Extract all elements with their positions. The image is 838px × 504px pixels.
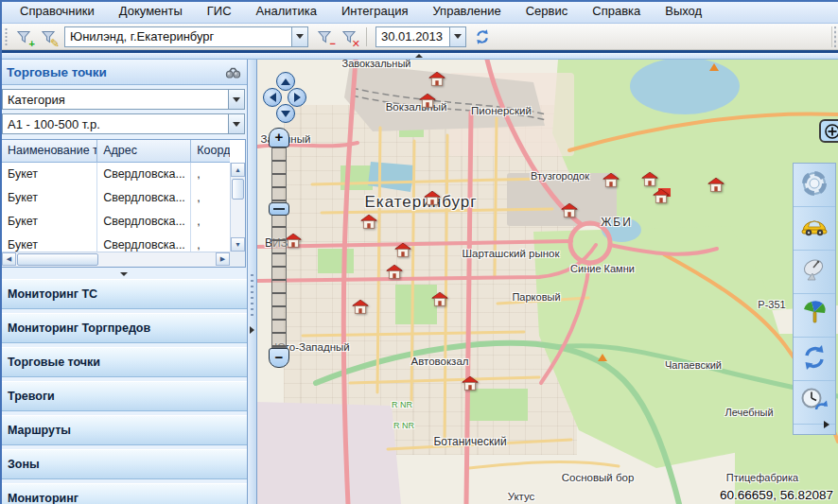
menu-item-1[interactable]: Справочники [8, 0, 107, 23]
menu-item-6[interactable]: Управление [420, 0, 513, 23]
binoculars-icon[interactable] [225, 66, 241, 78]
vertical-scrollbar[interactable]: ▲ ▼ [230, 163, 245, 252]
scroll-left-button[interactable]: ◀ [2, 252, 16, 266]
scroll-down-button[interactable]: ▼ [231, 237, 245, 252]
table-row[interactable]: БукетСвердловска..., [2, 210, 230, 234]
chevron-down-icon [233, 97, 240, 102]
time-refresh-button[interactable] [794, 381, 835, 425]
satellite-dish-button[interactable] [794, 251, 835, 294]
vehicle-button[interactable] [794, 207, 835, 251]
trade-point-marker[interactable] [642, 172, 658, 186]
table-row[interactable]: БукетСвердловска..., [2, 186, 230, 210]
column-header-3[interactable]: Коорд [191, 140, 230, 163]
horizontal-scroll-thumb[interactable] [17, 253, 98, 266]
filter-edit-button[interactable]: ✎ [37, 26, 60, 48]
trade-point-marker[interactable] [420, 94, 436, 108]
refresh-button[interactable] [471, 26, 494, 48]
pencil-overlay-icon: ✎ [50, 38, 60, 49]
trade-point-marker[interactable] [353, 300, 369, 314]
pan-right-button[interactable] [288, 88, 306, 107]
menu-item-7[interactable]: Сервис [514, 0, 581, 23]
sidebar-section-1[interactable]: Мониторинг ТС [0, 279, 248, 309]
plus-overlay-icon: + [29, 39, 35, 49]
sidebar-section-3[interactable]: Торговые точки [0, 347, 248, 377]
zoom-in-button[interactable]: + [269, 128, 289, 148]
column-header-2[interactable]: Адрес [97, 140, 191, 163]
date-combobox[interactable]: 30.01.2013 [375, 26, 466, 47]
table-row[interactable]: БукетСвердловска..., [2, 234, 230, 252]
trade-point-marker[interactable] [463, 376, 479, 391]
top-collapse-handle[interactable] [0, 53, 838, 60]
filter-remove-button[interactable]: − [313, 26, 336, 48]
sidebar-section-6[interactable]: Зоны [0, 449, 248, 479]
vertical-scroll-thumb[interactable] [232, 179, 244, 200]
date-dropdown-button[interactable] [449, 27, 465, 46]
window-top-edge [0, 0, 838, 2]
pan-left-button[interactable] [263, 88, 282, 107]
class-combobox[interactable]: А1 - 100-500 т.р. [2, 113, 245, 134]
zoom-slider-track[interactable] [271, 148, 287, 348]
column-header-1[interactable]: Наименование т [2, 140, 97, 163]
map-label: Шарташский рынок [462, 248, 559, 259]
category-dropdown-button[interactable] [228, 90, 244, 109]
toolbar-overflow-handle[interactable] [831, 26, 838, 47]
trade-point-marker[interactable] [708, 178, 725, 192]
table-cell: Свердловска... [97, 186, 191, 210]
table-body: БукетСвердловска...,БукетСвердловска...,… [2, 163, 230, 252]
panel-splitter[interactable] [248, 60, 257, 504]
filter-clear-button[interactable]: ✕ [338, 26, 360, 48]
expand-right-panel-button[interactable] [819, 119, 838, 143]
sidebar-section-7[interactable]: Мониторинг [0, 483, 248, 504]
organization-dropdown-button[interactable] [291, 27, 307, 46]
zones-umbrella-button[interactable] [794, 294, 835, 338]
class-dropdown-button[interactable] [228, 114, 244, 133]
horizontal-scrollbar[interactable]: ◀ ▶ [2, 252, 230, 267]
sidebar-section-4[interactable]: Тревоги [0, 381, 248, 411]
table-cell: , [191, 186, 230, 210]
table-cell: , [191, 210, 230, 234]
menu-item-2[interactable]: Документы [107, 0, 195, 23]
table-cell: Букет [2, 210, 97, 234]
menu-item-3[interactable]: ГИС [195, 0, 244, 23]
map-canvas[interactable]: ЗавокзальныйВокзальныйПионерскийЗаречный… [257, 60, 838, 504]
trade-point-marker[interactable] [361, 215, 377, 229]
scroll-up-button[interactable]: ▲ [231, 163, 245, 177]
map-label: Втузгородок [531, 170, 589, 182]
refresh-icon [474, 28, 491, 45]
pan-down-button[interactable] [276, 104, 295, 123]
map-label: Автовокзал [411, 356, 469, 367]
tools-expand-arrow-icon[interactable] [824, 421, 829, 428]
trade-point-marker[interactable] [286, 234, 302, 248]
panel-title: Торговые точки [7, 65, 225, 79]
category-combobox[interactable]: Категория [2, 89, 245, 110]
map-geometry [257, 60, 838, 504]
zoom-out-button[interactable]: − [269, 348, 289, 368]
trade-point-marker[interactable] [387, 265, 403, 279]
menu-item-9[interactable]: Выход [653, 0, 714, 23]
menu-item-5[interactable]: Интеграция [329, 0, 421, 23]
organization-combobox[interactable]: Юнилэнд, г.Екатеринбург [64, 26, 308, 47]
trade-point-marker[interactable] [432, 292, 448, 306]
trade-point-marker[interactable] [425, 191, 441, 205]
map-label: Уктус [508, 491, 535, 502]
compass-ring-button[interactable] [794, 164, 835, 207]
trade-point-marker[interactable] [562, 203, 578, 217]
scroll-right-button[interactable]: ▶ [216, 252, 230, 266]
collapse-up-icon [415, 54, 423, 58]
trade-point-marker[interactable] [603, 173, 620, 187]
refresh-arrows-button[interactable] [794, 338, 835, 381]
menu-item-4[interactable]: Аналитика [244, 0, 329, 23]
toolbar-grip[interactable] [3, 27, 9, 46]
table-row[interactable]: БукетСвердловска..., [2, 163, 230, 186]
menu-item-8[interactable]: Справка [580, 0, 653, 23]
trade-point-marker[interactable] [654, 189, 670, 203]
trade-point-marker[interactable] [395, 243, 411, 257]
trade-point-marker[interactable] [429, 72, 445, 86]
sidebar-section-5[interactable]: Маршруты [0, 415, 248, 445]
zoom-slider-thumb[interactable] [269, 202, 289, 216]
filter-add-button[interactable]: + [12, 26, 35, 48]
table-collapse-handle[interactable] [0, 269, 248, 278]
sidebar-section-2[interactable]: Мониторинг Торгпредов [0, 313, 248, 343]
category-value: Категория [3, 93, 228, 107]
map-label: Екатеринбург [365, 193, 478, 212]
